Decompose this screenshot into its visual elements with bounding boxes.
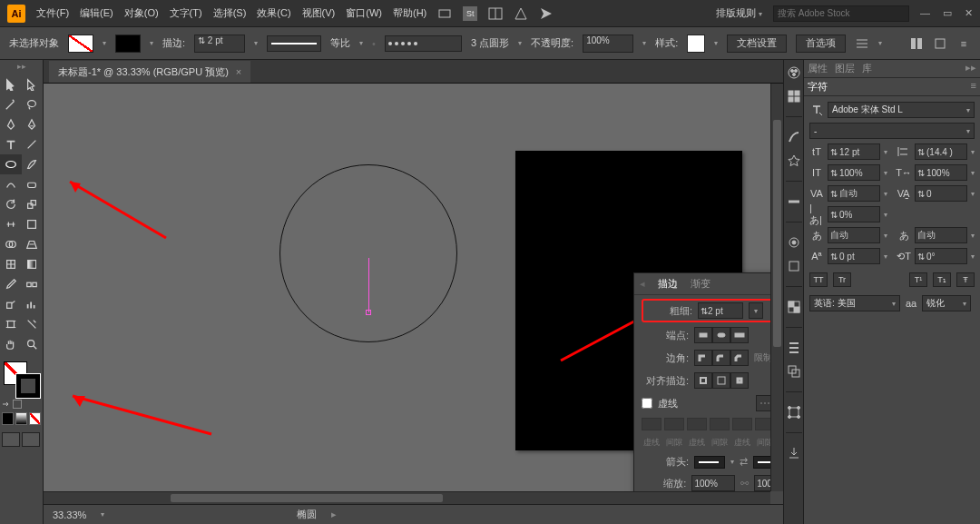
document-tab[interactable]: 未标题-1* @ 33.33% (RGB/GPU 预览) × [49,61,250,83]
language-select[interactable]: 英语: 美国▾ [809,295,900,311]
screen-mode-normal[interactable] [2,432,20,447]
options-menu-icon[interactable]: ≡ [956,36,971,51]
mesh-tool[interactable] [0,254,22,274]
eraser-tool[interactable] [22,174,44,194]
lasso-tool[interactable] [22,94,44,114]
corner-miter[interactable] [694,350,712,366]
horizontal-scrollbar[interactable] [44,491,770,504]
antialias-select[interactable]: 锐化▾ [922,295,971,311]
touch-type-icon[interactable] [809,103,824,117]
dash-cell-3[interactable] [687,418,707,430]
corner-round[interactable] [712,350,730,366]
tt-subscript[interactable]: T₁ [933,272,951,287]
doc-setup-button[interactable]: 文档设置 [727,35,787,53]
tab-layers[interactable]: 图层 [835,62,855,75]
align-panel-icon-2[interactable] [787,341,801,355]
transform-panel-icon-2[interactable] [787,405,801,420]
tt-smallcaps[interactable]: Tr [833,272,851,287]
menu-view[interactable]: 视图(V) [302,6,336,20]
menu-object[interactable]: 对象(O) [124,6,159,20]
stock-icon[interactable]: St [463,6,477,21]
prefs-button[interactable]: 首选项 [796,35,846,53]
menu-edit[interactable]: 编辑(E) [80,6,113,20]
tt-strike[interactable]: Ŧ [956,272,975,287]
brushes-panel-icon[interactable] [787,130,801,144]
stroke-profile-preview[interactable] [267,35,321,52]
link-scale-icon[interactable]: ⚯ [740,478,749,489]
cap-projecting[interactable] [730,327,749,343]
line-tool[interactable] [22,134,44,154]
stock-search-input[interactable] [773,5,909,22]
align-outside[interactable] [730,372,749,389]
eyedropper-tool[interactable] [0,274,22,294]
width-tool[interactable] [0,214,22,234]
tracking-input[interactable]: ⇅ 0 [915,185,967,202]
stroke-panel-tab-gradient[interactable]: 渐变 [691,277,710,291]
gradient-tool[interactable] [22,254,44,274]
transform-panel-icon[interactable] [933,36,947,51]
stroke-color-swatch[interactable] [16,374,40,398]
char-panel-menu-icon[interactable]: ≡ [971,80,976,94]
artboard-tool[interactable] [0,314,22,334]
scale-tool[interactable] [22,194,44,214]
align-center[interactable] [694,372,712,389]
stroke-weight-input[interactable]: ⇅ 2 pt [194,35,245,53]
hscale-input[interactable]: ⇅ 100% [915,164,967,181]
tab-libraries[interactable]: 库 [862,62,872,75]
arrow-scale-start[interactable]: 100% [691,475,735,491]
screen-mode-full[interactable] [22,432,40,447]
font-family-select[interactable]: Adobe 宋体 Std L▾ [828,102,975,118]
tab-character[interactable]: 字符 [808,80,828,94]
vertical-scrollbar[interactable] [770,84,783,491]
char-rotation-input[interactable]: ⇅ 0° [915,248,967,264]
tt-allcaps[interactable]: TT [809,272,828,287]
aki-input[interactable]: 自动 [828,227,880,243]
cap-butt[interactable] [694,327,712,343]
fill-swatch[interactable] [68,35,93,53]
opacity-input[interactable]: 100% [583,35,633,53]
align-inside[interactable] [712,372,730,389]
leading-input[interactable]: ⇅ (14.4 ) [915,143,967,160]
transparency-panel-icon[interactable] [787,300,801,314]
color-panel-icon[interactable] [787,65,801,80]
corner-bevel[interactable] [730,350,749,366]
aki-after-input[interactable]: 自动 [915,227,967,243]
font-size-input[interactable]: ⇅ 12 pt [828,143,880,160]
direct-selection-tool[interactable] [22,74,44,94]
zoom-level[interactable]: 33.33% [53,509,86,520]
column-graph-tool[interactable] [22,294,44,314]
fill-dropdown[interactable]: ▾ [103,39,106,47]
fill-stroke-swatches[interactable] [0,361,43,400]
paintbrush-tool[interactable] [22,154,44,174]
prefs-dropdown[interactable]: ▾ [878,39,882,47]
arrange-icon[interactable] [488,6,503,21]
symbols-panel-icon[interactable] [787,153,801,168]
hand-tool[interactable] [0,334,22,354]
stroke-weight-field[interactable]: ⇅ 2 pt [698,302,743,319]
canvas[interactable]: ◂ 描边 渐变 ▸▸ ≡ 粗细: ⇅ 2 pt ▾ [44,84,783,504]
type-tool[interactable] [0,134,22,154]
opacity-dropdown[interactable]: ▾ [642,39,646,47]
prefs-icon[interactable] [855,36,869,51]
zoom-tool[interactable] [22,334,44,354]
align-panel-icon[interactable] [909,36,924,51]
stroke-panel-tab-stroke[interactable]: 描边 [658,277,678,291]
stroke-panel-icon[interactable] [787,194,801,209]
send-icon[interactable] [539,6,554,21]
profile-dropdown[interactable]: ▾ [359,39,363,47]
brush-dropdown[interactable]: ▾ [518,39,522,47]
tsume-input[interactable]: ⇅ 0% [828,206,880,222]
slice-tool[interactable] [22,314,44,334]
vscale-input[interactable]: ⇅ 100% [828,164,880,181]
stroke-weight-dropdown[interactable]: ▾ [254,39,258,47]
brush-preview[interactable] [385,35,462,52]
dash-cell-5[interactable] [732,418,752,430]
dash-cell-1[interactable] [642,418,662,430]
stroke-weight-dropdown-2[interactable]: ▾ [749,302,763,319]
close-button[interactable]: ✕ [965,7,973,19]
magic-wand-tool[interactable] [0,94,22,114]
perspective-tool[interactable] [22,234,44,254]
menu-help[interactable]: 帮助(H) [393,6,426,20]
dash-cell-2[interactable] [664,418,684,430]
pen-tool[interactable] [0,114,22,134]
